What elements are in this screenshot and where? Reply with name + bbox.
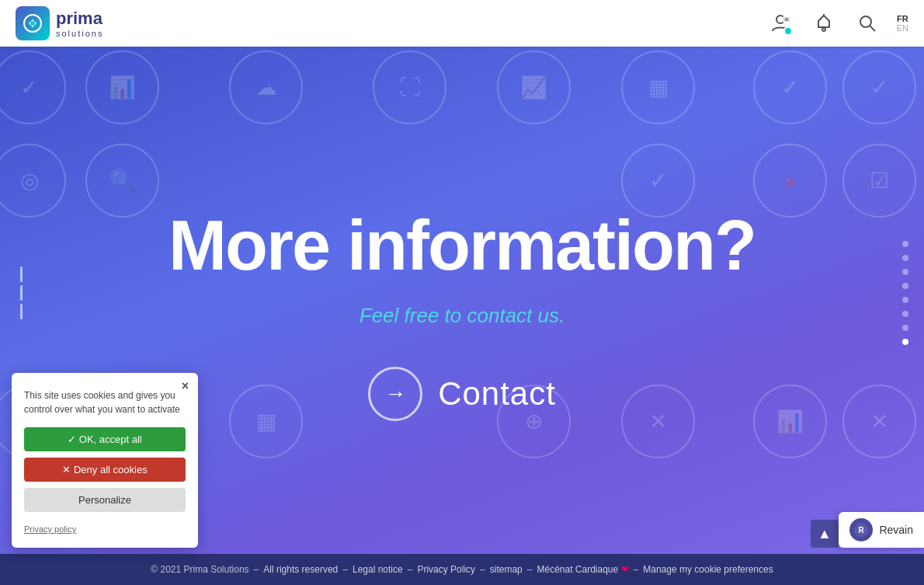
hero-content: More information? Feel free to contact u…	[168, 211, 756, 421]
side-nav-dots	[902, 241, 908, 345]
side-dot-4[interactable]	[902, 283, 908, 289]
bg-circle: 🔍	[85, 144, 159, 218]
lang-switcher[interactable]: FR EN	[897, 14, 908, 33]
cookie-privacy-link[interactable]: Privacy policy	[24, 524, 76, 534]
footer-sep1: –	[254, 564, 259, 575]
user-status-dot	[783, 26, 793, 36]
bg-circle: ✓	[0, 50, 66, 124]
notification-icon[interactable]	[810, 9, 838, 37]
footer-sep3: –	[408, 564, 413, 575]
footer-rights[interactable]: All rights reserved	[263, 564, 338, 575]
svg-point-9	[860, 16, 871, 27]
bg-circle: ▦	[621, 50, 695, 124]
lang-fr: FR	[897, 14, 908, 23]
footer-sep4: –	[480, 564, 485, 575]
bg-circle: ☁	[229, 50, 303, 124]
footer-sep5: –	[527, 564, 533, 575]
scroll-to-top-button[interactable]: ▲	[811, 520, 839, 548]
bg-circle: ✓	[753, 50, 827, 124]
bg-circle: ✕	[842, 385, 916, 458]
logo-text: prima solutions	[56, 9, 103, 38]
search-icon[interactable]	[853, 9, 881, 37]
footer-copyright: © 2021 Prima Solutions	[151, 564, 248, 575]
user-profile-icon[interactable]	[766, 9, 794, 37]
side-dot-3[interactable]	[902, 269, 908, 275]
footer-mecenat[interactable]: Mécénat Cardiaque ❤	[537, 564, 628, 575]
line-bar	[20, 266, 23, 282]
cookie-banner: × This site uses cookies and gives you c…	[12, 373, 198, 548]
bg-circle: ◎	[0, 144, 66, 218]
cookie-deny-button[interactable]: ✕ Deny all cookies	[24, 458, 186, 482]
side-dot-5[interactable]	[902, 297, 908, 303]
bg-circle: 📊	[85, 50, 159, 124]
bg-circle: ☑	[842, 144, 916, 218]
cookie-body-text: This site uses cookies and gives you con…	[24, 388, 186, 416]
footer-manage-cookies[interactable]: Manage my cookie preferences	[643, 564, 773, 575]
revain-widget[interactable]: R Revain	[839, 512, 924, 548]
revain-label: Revain	[879, 524, 913, 536]
cookie-accept-button[interactable]: ✓ OK, accept all	[24, 427, 186, 451]
left-line-decoration	[20, 266, 23, 319]
svg-rect-4	[783, 17, 790, 22]
header: prima solutions	[0, 0, 924, 47]
bg-circle: 📊	[753, 385, 827, 458]
line-bar	[20, 285, 23, 301]
logo-icon	[16, 6, 50, 40]
bg-circle: ⛶	[373, 50, 446, 124]
line-bar	[20, 304, 23, 319]
footer: © 2021 Prima Solutions – All rights rese…	[0, 554, 924, 585]
cookie-personalize-button[interactable]: Personalize	[24, 488, 186, 512]
logo-brand: prima	[56, 9, 103, 29]
side-dot-1[interactable]	[902, 241, 908, 247]
side-dot-6[interactable]	[902, 311, 908, 317]
logo-sub: solutions	[56, 29, 103, 38]
bg-circle: ✓	[842, 50, 916, 124]
footer-legal[interactable]: Legal notice	[353, 564, 403, 575]
hero-subtitle: Feel free to contact us.	[168, 304, 756, 328]
side-dot-7[interactable]	[902, 325, 908, 331]
footer-privacy[interactable]: Privacy Policy	[417, 564, 475, 575]
side-dot-8[interactable]	[902, 339, 908, 345]
footer-sitemap[interactable]: sitemap	[490, 564, 523, 575]
bg-circle: 🔺	[753, 144, 827, 218]
scroll-top-icon: ▲	[818, 526, 832, 542]
bg-circle: 📈	[497, 50, 571, 124]
svg-line-10	[870, 26, 875, 31]
arrow-icon: →	[384, 381, 406, 406]
logo[interactable]: prima solutions	[16, 6, 103, 40]
footer-sep6: –	[634, 564, 639, 575]
revain-icon: R	[849, 518, 873, 541]
svg-point-1	[30, 21, 35, 26]
hero-title: More information?	[168, 211, 756, 280]
footer-mecenat-text: Mécénat Cardiaque	[537, 564, 618, 575]
cta-arrow-circle: →	[368, 367, 422, 421]
footer-heart-icon: ❤	[621, 564, 629, 575]
cookie-close-button[interactable]: ×	[182, 379, 189, 393]
header-nav: FR EN	[766, 9, 908, 37]
side-dot-2[interactable]	[902, 255, 908, 261]
cta-text: Contact	[438, 375, 556, 413]
svg-text:R: R	[859, 526, 865, 535]
svg-point-8	[822, 28, 825, 31]
lang-en: EN	[897, 23, 908, 33]
contact-cta[interactable]: → Contact	[168, 367, 756, 421]
footer-sep2: –	[342, 564, 348, 575]
